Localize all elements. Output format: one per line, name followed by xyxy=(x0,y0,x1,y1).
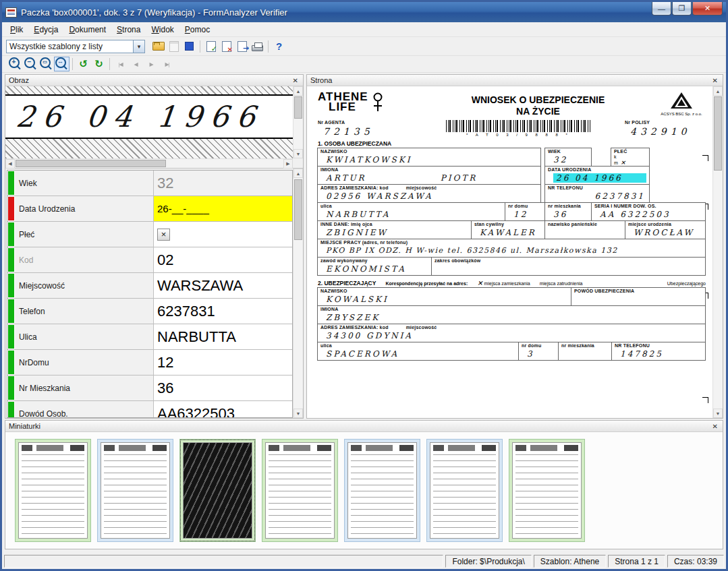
zoom-out-icon[interactable] xyxy=(23,57,38,71)
maximize-button[interactable]: ❐ xyxy=(672,2,692,16)
obraz-close-icon[interactable]: ✕ xyxy=(291,77,300,84)
field-value[interactable]: 02 xyxy=(154,247,292,272)
field-status-indicator xyxy=(8,351,14,374)
field-row-data-urodzenia: Data Urodzenia26-__-____ xyxy=(7,196,292,222)
field-status-indicator xyxy=(8,248,14,272)
scroll-track[interactable] xyxy=(713,96,723,409)
field-label: Nr Mieszkania xyxy=(15,375,154,400)
rotate-left-icon[interactable] xyxy=(76,57,91,71)
scroll-thumb[interactable] xyxy=(714,96,722,171)
field-status-indicator xyxy=(8,376,14,400)
field-status-indicator xyxy=(8,171,14,195)
field-value[interactable]: AA6322503 xyxy=(154,401,292,418)
fields-vertical-scrollbar[interactable]: ▲ ▼ xyxy=(293,169,303,418)
field-value[interactable]: × xyxy=(154,222,292,247)
obraz-panel: Obraz ✕ 26 04 1966 ▲ ▼ ◀ ▶ xyxy=(5,74,304,419)
thumbnail-preview xyxy=(265,442,335,539)
field-value[interactable]: 26-__-____ xyxy=(154,196,292,221)
zoom-in-icon[interactable] xyxy=(7,57,23,71)
minimize-button[interactable]: — xyxy=(652,2,671,16)
form-field-nr-domu: nr domu 12 xyxy=(505,202,545,221)
strona-close-icon[interactable]: ✕ xyxy=(711,77,719,84)
thumbnail-page-7[interactable] xyxy=(509,439,585,542)
scroll-track[interactable] xyxy=(293,96,303,149)
open-folder-icon[interactable] xyxy=(150,39,166,54)
thumbnail-page-6[interactable] xyxy=(426,439,503,542)
menu-plik[interactable]: Plik xyxy=(5,24,28,36)
template-filter-dropdown[interactable]: Wszystkie szablony z listy ▾ xyxy=(6,40,145,53)
scroll-thumb[interactable] xyxy=(294,179,302,240)
stop-icon[interactable] xyxy=(181,39,197,54)
scroll-down-icon[interactable]: ▼ xyxy=(293,409,303,418)
menu-dokument[interactable]: Dokument xyxy=(63,24,111,36)
field-value[interactable]: 12 xyxy=(154,350,292,375)
scroll-right-icon[interactable]: ▶ xyxy=(283,159,293,169)
field-value[interactable]: NARBUTTA xyxy=(154,324,292,349)
zoom-fit-width-icon[interactable] xyxy=(54,57,69,71)
form-title-line1: WNIOSEK O UBEZPIECZENIE xyxy=(419,94,657,106)
scroll-down-icon[interactable]: ▼ xyxy=(713,409,723,418)
template-filter-value: Wszystkie szablony z listy xyxy=(7,42,133,51)
fields-grid: Wiek32Data Urodzenia26-__-____Płeć×Kod02… xyxy=(7,170,293,418)
thumbnail-page-3[interactable] xyxy=(179,439,256,542)
nav-last-page-icon[interactable] xyxy=(159,57,175,71)
field-row-wiek: Wiek32 xyxy=(7,171,292,196)
nav-first-page-icon[interactable] xyxy=(113,57,128,71)
field-image-text: 26 04 1966 xyxy=(14,100,264,133)
menu-widok[interactable]: Widok xyxy=(146,24,179,36)
field-value[interactable]: 6237831 xyxy=(154,299,292,324)
thumbnail-page-2[interactable] xyxy=(97,439,173,542)
obraz-horizontal-scrollbar[interactable]: ◀ ▶ xyxy=(5,158,293,168)
thumbnail-preview xyxy=(183,442,252,539)
menu-strona[interactable]: Strona xyxy=(111,24,146,36)
field-value[interactable]: 36 xyxy=(154,375,292,400)
policy-value: 432910 xyxy=(630,126,706,137)
scroll-up-icon[interactable]: ▲ xyxy=(713,86,723,96)
form-title: WNIOSEK O UBEZPIECZENIE NA ŻYCIE xyxy=(419,94,657,117)
print-icon[interactable] xyxy=(250,39,265,54)
close-button[interactable]: ✕ xyxy=(692,2,723,16)
miniaturki-close-icon[interactable]: ✕ xyxy=(711,423,719,430)
athene-logo: ATHENE LIFE xyxy=(318,92,419,113)
scroll-up-icon[interactable]: ▲ xyxy=(293,169,303,178)
scroll-down-icon[interactable]: ▼ xyxy=(293,149,303,158)
app-window: Paczka 'box000001', dok. 3 z 7 (Weryfika… xyxy=(0,0,728,571)
status-template: Szablon: Athene xyxy=(534,555,606,568)
strona-panel: Strona ✕ ATHENE LIFE xyxy=(306,74,723,419)
window-controls: — ❐ ✕ xyxy=(652,2,723,16)
scroll-thumb[interactable] xyxy=(16,160,166,167)
help-icon[interactable] xyxy=(271,39,287,54)
thumbnail-page-1[interactable] xyxy=(15,439,91,542)
scroll-left-icon[interactable]: ◀ xyxy=(5,159,15,169)
rotate-right-icon[interactable] xyxy=(91,57,107,71)
scroll-up-icon[interactable]: ▲ xyxy=(293,86,303,96)
scroll-track[interactable] xyxy=(15,159,283,168)
zoom-fit-page-icon[interactable] xyxy=(38,57,54,71)
thumbnail-page-4[interactable] xyxy=(262,439,338,542)
thumbnail-page-5[interactable] xyxy=(344,439,420,542)
menu-pomoc[interactable]: Pomoc xyxy=(179,24,215,36)
menu-edycja[interactable]: Edycja xyxy=(28,24,63,36)
reject-document-icon[interactable] xyxy=(219,39,234,54)
send-document-icon[interactable] xyxy=(234,39,250,54)
scroll-track[interactable] xyxy=(293,178,303,409)
nav-prev-page-icon[interactable] xyxy=(128,57,144,71)
nav-next-page-icon[interactable] xyxy=(144,57,159,71)
field-value[interactable]: WARSZAWA xyxy=(154,273,292,298)
dropdown-arrow-icon[interactable]: ▾ xyxy=(133,40,144,53)
obraz-vertical-scrollbar[interactable]: ▲ ▼ xyxy=(293,86,303,158)
accept-document-icon[interactable] xyxy=(203,39,219,54)
field-value[interactable]: 32 xyxy=(154,171,292,196)
checkbox-toggle[interactable]: × xyxy=(157,229,170,241)
registration-mark xyxy=(702,155,708,161)
page-view[interactable]: ATHENE LIFE WNIOSEK O UBEZPI xyxy=(307,86,712,418)
highlighted-field-value[interactable]: 26 04 1966 xyxy=(553,173,646,183)
page-viewport: ATHENE LIFE WNIOSEK O UBEZPI xyxy=(307,86,723,418)
field-value-text: 32 xyxy=(157,175,173,192)
field-row-telefon: Telefon6237831 xyxy=(7,299,292,324)
strona-vertical-scrollbar[interactable]: ▲ ▼ xyxy=(712,86,723,418)
scroll-thumb[interactable] xyxy=(294,96,302,119)
thumbnail-preview xyxy=(347,442,417,539)
apply-template-icon[interactable] xyxy=(166,39,181,54)
obraz-panel-title: Obraz xyxy=(9,76,29,84)
